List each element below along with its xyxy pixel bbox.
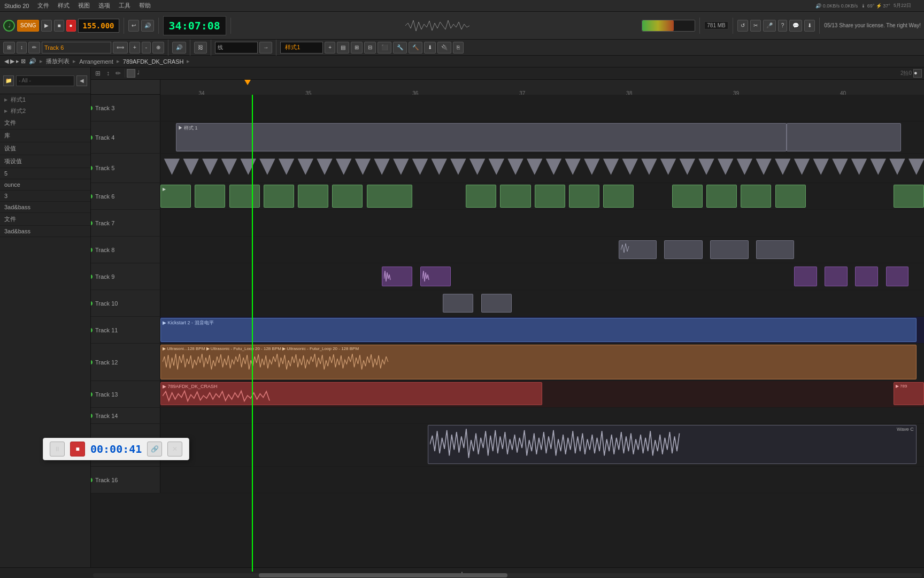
tools4-btn[interactable]: ⬛ xyxy=(378,42,391,54)
track6-clip-5[interactable] xyxy=(298,185,328,208)
track-name-10[interactable]: Track 10 xyxy=(91,290,160,316)
play-button[interactable]: ▶ xyxy=(41,20,52,32)
track6-clip-17[interactable] xyxy=(894,185,924,208)
sidebar-item-library[interactable]: 库 xyxy=(0,130,90,142)
track12-waveform-clip[interactable]: ▶ Ultrasoni...128 BPM ▶ Ultrasonic - Fut… xyxy=(160,345,917,379)
track-content-5[interactable] xyxy=(160,154,924,182)
grid-button[interactable]: ⊞ xyxy=(3,42,15,54)
track-name-13[interactable]: Track 13 xyxy=(91,381,160,407)
help-button[interactable]: ? xyxy=(778,20,788,32)
tools2-btn[interactable]: ⊞ xyxy=(351,42,363,54)
track6-clip-4[interactable] xyxy=(264,185,294,208)
cursor-button[interactable]: ↕ xyxy=(17,42,27,54)
sidebar-item-files2[interactable]: 文件 xyxy=(0,213,90,226)
nav-icons[interactable]: ◀ ▶ ▸ ⊠ xyxy=(4,58,26,65)
track9-clip-5[interactable] xyxy=(855,267,878,286)
track13-clip-main[interactable]: ▶ 789AFDK_DK_CRASH xyxy=(160,382,542,405)
track-content-16[interactable] xyxy=(160,467,924,493)
track4-clip-right[interactable] xyxy=(787,123,901,151)
menu-item-tools[interactable]: 工具 xyxy=(119,2,130,10)
tools9-btn[interactable]: ⎘ xyxy=(453,42,464,54)
track-content-7[interactable] xyxy=(160,210,924,236)
sidebar-add-btn[interactable]: + xyxy=(0,567,91,578)
track6-clip-6[interactable] xyxy=(332,185,363,208)
vol-knob[interactable]: 🔊 xyxy=(141,20,154,32)
menu-item-file[interactable]: 文件 xyxy=(37,2,49,10)
track-content-6[interactable]: ▶ xyxy=(160,183,924,209)
sidebar-item-files[interactable]: 文件 xyxy=(0,117,90,130)
stop-button[interactable]: ■ xyxy=(54,20,64,32)
bc-item2[interactable]: Arrangement xyxy=(79,58,113,65)
sidebar-search[interactable]: - All - xyxy=(16,75,74,86)
tt-snap-btn[interactable] xyxy=(127,69,135,78)
msg-button[interactable]: 💬 xyxy=(789,20,802,32)
track6-clip-8[interactable] xyxy=(466,185,496,208)
menu-item-view[interactable]: 视图 xyxy=(78,2,90,10)
track6-clip-10[interactable] xyxy=(535,185,565,208)
track-content-3[interactable] xyxy=(160,95,924,121)
magnet-btn[interactable]: ⊕ xyxy=(152,42,164,54)
track-content-11[interactable]: ▶ Kickstart 2 - 混音电平 xyxy=(160,317,924,343)
track-name-11[interactable]: Track 11 xyxy=(91,317,160,343)
menu-item-options[interactable]: 选项 xyxy=(98,2,110,10)
sidebar-item-bounce[interactable]: ounce xyxy=(0,179,90,191)
arrow-right-btn[interactable]: → xyxy=(259,42,272,54)
track9-clip-4[interactable] xyxy=(825,267,848,286)
bc-item3[interactable]: 789AFDK_DK_CRASH xyxy=(123,58,184,65)
track-name-16[interactable]: Track 16 xyxy=(91,467,160,493)
track9-clip-6[interactable] xyxy=(886,267,909,286)
tools6-btn[interactable]: 🔨 xyxy=(409,42,422,54)
tt-record-mode-btn[interactable]: ● xyxy=(913,69,922,78)
song-mode-button[interactable]: SONG xyxy=(17,20,39,32)
sidebar-sample-2[interactable]: ▶ 样式2 xyxy=(0,105,90,117)
download-button[interactable]: ⬇ xyxy=(804,20,815,32)
arrange-btn[interactable]: ⟺ xyxy=(113,42,128,54)
track9-clip-1[interactable] xyxy=(382,267,412,286)
pattern-label[interactable]: 样式1 xyxy=(280,42,323,54)
track-name-5[interactable]: Track 5 xyxy=(91,154,160,182)
track-name-7[interactable]: Track 7 xyxy=(91,210,160,236)
scissors-button[interactable]: ✂ xyxy=(750,20,761,32)
breadcrumb-play[interactable]: 🔊 xyxy=(29,58,36,65)
track-name-3[interactable]: Track 3 xyxy=(91,95,160,121)
tt-metronome-btn[interactable]: ♩ xyxy=(137,69,145,78)
sidebar-item-3b[interactable]: 3ad&bass xyxy=(0,202,90,213)
tools1-btn[interactable]: ▤ xyxy=(337,42,349,54)
track6-clip-7[interactable] xyxy=(367,185,413,208)
track-content-12[interactable]: ▶ Ultrasoni...128 BPM ▶ Ultrasonic - Fut… xyxy=(160,344,924,381)
metronome-button[interactable]: ♩ xyxy=(3,20,15,32)
track8-clip-3[interactable] xyxy=(710,240,748,258)
zoom-in-btn[interactable]: + xyxy=(129,42,140,54)
track9-clip-3[interactable] xyxy=(794,267,817,286)
tt-pencil-btn[interactable]: ✏ xyxy=(113,69,123,78)
track8-clip-4[interactable] xyxy=(756,240,794,258)
track10-clip-2[interactable] xyxy=(481,294,512,312)
hscroll-thumb[interactable] xyxy=(259,573,507,577)
sidebar-item-proj[interactable]: 项设值 xyxy=(0,155,90,168)
track8-clip-1[interactable] xyxy=(619,240,657,258)
track6-clip-1[interactable]: ▶ xyxy=(160,185,191,208)
track-content-10[interactable] xyxy=(160,290,924,316)
track-content-14[interactable] xyxy=(160,408,924,423)
track6-clip-3[interactable] xyxy=(229,185,260,208)
track6-clip-12[interactable] xyxy=(603,185,634,208)
track-name-6[interactable]: Track 6 xyxy=(91,183,160,209)
tt-grid-btn[interactable]: ⊞ xyxy=(93,69,103,78)
track4-clip-main[interactable]: ▶ 样式 1 xyxy=(176,123,787,151)
track15-waveform-clip[interactable]: Wave C xyxy=(428,425,917,464)
track6-clip-15[interactable] xyxy=(741,185,771,208)
track-content-13[interactable]: ▶ 789AFDK_DK_CRASH ▶ 789 xyxy=(160,381,924,407)
undo-button[interactable]: ↩ xyxy=(128,20,139,32)
track-name-9[interactable]: Track 9 xyxy=(91,263,160,290)
sidebar-item-3[interactable]: 3 xyxy=(0,191,90,202)
track6-clip-14[interactable] xyxy=(706,185,737,208)
mic-button[interactable]: 🎤 xyxy=(763,20,776,32)
add-pattern-btn[interactable]: + xyxy=(325,42,335,54)
track-name-8[interactable]: Track 8 xyxy=(91,237,160,263)
track13-clip-right[interactable]: ▶ 789 xyxy=(894,382,924,405)
track11-main-clip[interactable]: ▶ Kickstart 2 - 混音电平 xyxy=(160,318,917,342)
track6-clip-13[interactable] xyxy=(672,185,703,208)
tools8-btn[interactable]: 🔌 xyxy=(437,42,451,54)
bc-item1[interactable]: 播放列表 xyxy=(46,57,70,65)
tt-arrow-btn[interactable]: ↕ xyxy=(104,69,112,78)
